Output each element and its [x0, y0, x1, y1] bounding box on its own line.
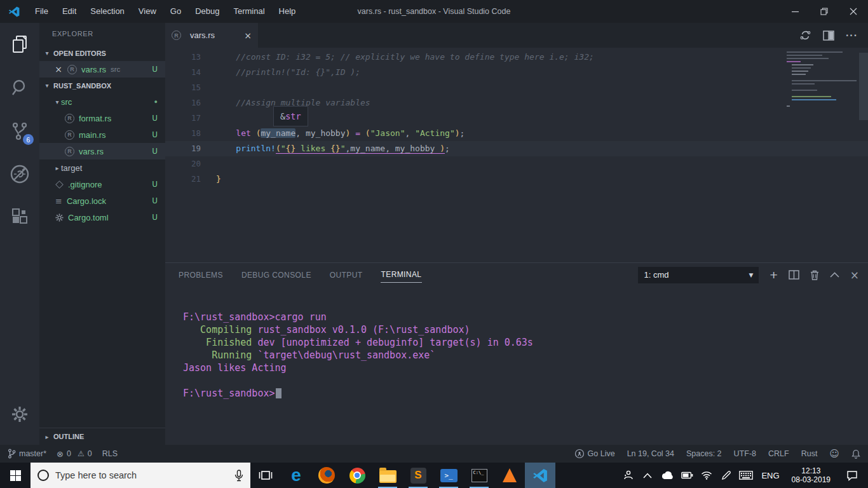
action-center-icon[interactable] [840, 470, 864, 481]
extensions-icon[interactable] [0, 196, 39, 239]
folder-target[interactable]: ▸ target [39, 159, 165, 176]
menu-edit[interactable]: Edit [55, 0, 83, 23]
go-live-button[interactable]: Go Live [574, 449, 615, 459]
start-button[interactable] [0, 463, 31, 488]
file-format-rs[interactable]: R format.rs U [39, 110, 165, 126]
file-explorer-icon[interactable] [372, 463, 403, 488]
file-vars-rs[interactable]: R vars.rs U [39, 143, 165, 159]
split-editor-icon[interactable] [823, 30, 834, 41]
tab-terminal[interactable]: TERMINAL [381, 267, 423, 283]
code-line[interactable]: 16 //Assign multiple variables [165, 95, 868, 111]
kill-terminal-icon[interactable] [810, 270, 819, 280]
chrome-icon[interactable] [342, 463, 372, 488]
rust-file-icon: R [172, 30, 181, 40]
file-gitignore[interactable]: .gitignore U [39, 176, 165, 193]
folder-src[interactable]: ▾ src ● [39, 93, 165, 110]
date: 08-03-2019 [792, 475, 831, 484]
code-editor[interactable]: 13 //const ID: i32 = 5; // explicitly we… [165, 48, 868, 262]
clock[interactable]: 12:13 08-03-2019 [788, 466, 834, 484]
maximize-panel-icon[interactable] [830, 272, 839, 278]
git-branch-status[interactable]: master* [8, 449, 46, 459]
terminal-select[interactable]: 1: cmd▼ [638, 267, 759, 283]
restore-icon[interactable] [810, 0, 839, 23]
code-line[interactable]: 18 let (my_name, my_hobby) = ("Jason", "… [165, 126, 868, 141]
code-line[interactable]: 20 [165, 156, 868, 172]
taskbar-search[interactable] [31, 463, 250, 488]
code-line[interactable]: 21 } [165, 172, 868, 187]
file-main-rs[interactable]: R main.rs U [39, 126, 165, 143]
code-line[interactable]: 14 //println!("Id: {}",ID ); [165, 65, 868, 80]
onedrive-icon[interactable] [660, 471, 674, 480]
outline-header[interactable]: ▸ OUTLINE [39, 428, 165, 445]
line-number: 17 [165, 111, 201, 126]
powershell-icon[interactable]: >_ [433, 463, 464, 488]
close-tab-icon[interactable]: × [244, 30, 252, 41]
menu-go[interactable]: Go [163, 0, 188, 23]
file-cargo-toml[interactable]: Cargo.toml U [39, 209, 165, 226]
cmd-icon[interactable]: C:\_ [464, 463, 494, 488]
more-actions-icon[interactable]: ··· [846, 30, 858, 41]
touch-keyboard-icon[interactable] [739, 471, 753, 480]
tab-debug-console[interactable]: DEBUG CONSOLE [241, 268, 312, 283]
firefox-icon[interactable] [311, 463, 342, 488]
scrollbar-thumb[interactable] [859, 53, 868, 120]
close-editor-icon[interactable]: × [53, 64, 64, 74]
line-number: 19 [165, 141, 201, 156]
pen-icon[interactable] [719, 470, 733, 480]
minimap[interactable] [787, 51, 858, 109]
menu-terminal[interactable]: Terminal [226, 0, 271, 23]
tab-output[interactable]: OUTPUT [329, 268, 363, 283]
terminal-output[interactable]: F:\rust_sandbox>cargo run Compiling rust… [165, 287, 868, 445]
open-editor-item[interactable]: × R vars.rs src U [39, 61, 165, 78]
debug-disabled-icon[interactable] [0, 152, 39, 196]
sublime-text-icon[interactable]: S [403, 463, 433, 488]
workspace-root-header[interactable]: ▾ RUST_SANDBOX [39, 78, 165, 93]
menu-file[interactable]: File [28, 0, 55, 23]
problems-status[interactable]: ⊗ 0 ⚠ 0 [57, 449, 92, 459]
language-mode[interactable]: Rust [801, 449, 818, 458]
menu-help[interactable]: Help [272, 0, 303, 23]
people-icon[interactable] [621, 470, 635, 481]
language-indicator[interactable]: ENG [759, 471, 782, 480]
open-editors-header[interactable]: ▾ OPEN EDITORS [39, 45, 165, 61]
menu-selection[interactable]: Selection [83, 0, 131, 23]
sync-changes-icon[interactable] [799, 29, 811, 41]
search-icon[interactable] [0, 66, 39, 109]
notifications-bell-icon[interactable] [851, 449, 860, 459]
eol-setting[interactable]: CRLF [768, 449, 789, 458]
code-line-current[interactable]: 19 println!("{} likes {}",my_name, my_ho… [165, 141, 868, 156]
menu-view[interactable]: View [132, 0, 163, 23]
encoding-setting[interactable]: UTF-8 [734, 449, 756, 458]
explorer-icon[interactable] [0, 23, 39, 66]
vlc-icon[interactable] [494, 463, 525, 488]
warning-icon: ⚠ [78, 449, 85, 458]
wifi-icon[interactable] [700, 471, 714, 480]
minimize-icon[interactable] [780, 0, 810, 23]
code-line[interactable]: 13 //const ID: i32 = 5; // explicitly we… [165, 50, 868, 65]
feedback-smiley-icon[interactable]: ☺ [829, 448, 839, 459]
settings-gear-icon[interactable] [0, 393, 39, 436]
menu-debug[interactable]: Debug [188, 0, 226, 23]
line-number: 14 [165, 65, 201, 80]
source-control-icon[interactable]: 6 [0, 109, 39, 152]
search-input[interactable] [55, 470, 228, 480]
microphone-icon[interactable] [234, 470, 243, 482]
cursor-position[interactable]: Ln 19, Col 34 [627, 449, 674, 458]
new-terminal-icon[interactable]: + [770, 268, 777, 281]
vscode-taskbar-icon[interactable] [525, 463, 555, 488]
battery-icon[interactable] [680, 471, 694, 479]
line-number: 20 [165, 156, 201, 172]
rls-status[interactable]: RLS [102, 449, 118, 458]
hidden-icons-chevron[interactable] [641, 473, 654, 478]
code-line[interactable]: 15 [165, 80, 868, 95]
code-line[interactable]: 17 [165, 111, 868, 126]
tab-problems[interactable]: PROBLEMS [178, 268, 224, 283]
close-panel-icon[interactable]: × [850, 269, 859, 281]
close-icon[interactable] [839, 0, 868, 23]
tab-vars-rs[interactable]: R vars.rs × [165, 23, 258, 48]
file-cargo-lock[interactable]: ≡ Cargo.lock U [39, 193, 165, 209]
edge-icon[interactable]: e [281, 463, 311, 488]
task-view-icon[interactable] [250, 463, 281, 488]
split-terminal-icon[interactable] [789, 270, 799, 280]
indentation-setting[interactable]: Spaces: 2 [686, 449, 722, 458]
